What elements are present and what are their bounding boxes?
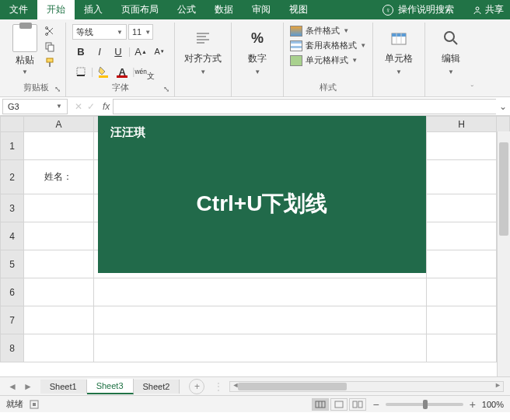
svg-point-0 <box>476 7 479 10</box>
svg-rect-16 <box>392 33 406 37</box>
fill-color-button[interactable] <box>95 63 112 80</box>
conditional-format-button[interactable]: 条件格式 ▼ <box>290 24 366 37</box>
alignment-button[interactable]: 对齐方式▼ <box>181 24 225 79</box>
expand-formula-icon[interactable]: ⌄ <box>496 101 510 112</box>
font-color-button[interactable]: A <box>114 63 131 80</box>
lightbulb-icon: ♀ <box>382 5 393 16</box>
clipboard-launcher-icon[interactable]: ⤡ <box>54 85 61 93</box>
group-clipboard: 粘贴 ▼ 剪贴板⤡ <box>6 23 66 96</box>
group-font: 等线▼ 11▼ B I U | A▲ A▼ | A | wén文 <box>66 23 175 96</box>
paste-button[interactable]: 粘贴 ▼ <box>12 24 37 75</box>
cells-button[interactable]: 单元格▼ <box>379 24 418 79</box>
row-header[interactable]: 4 <box>1 222 24 250</box>
svg-rect-7 <box>77 68 85 75</box>
svg-rect-10 <box>117 75 128 78</box>
table-format-icon <box>290 40 302 51</box>
group-number: % 数字▼ <box>232 23 284 96</box>
cut-button[interactable] <box>40 24 59 38</box>
tab-file[interactable]: 文件 <box>0 0 37 19</box>
svg-rect-6 <box>49 62 51 67</box>
tab-view[interactable]: 视图 <box>280 0 317 19</box>
tab-data[interactable]: 数据 <box>205 0 243 19</box>
tab-insert[interactable]: 插入 <box>75 0 112 19</box>
overlay-brand: 汪汪琪 <box>98 116 426 149</box>
tab-page-layout[interactable]: 页面布局 <box>112 0 168 19</box>
row-header[interactable]: 8 <box>1 334 24 362</box>
conditional-format-icon <box>290 26 302 37</box>
ribbon-collapse-icon[interactable]: ˇ <box>470 84 473 93</box>
tell-me-search[interactable]: 操作说明搜索 <box>398 3 454 16</box>
row-header[interactable]: 7 <box>1 306 24 334</box>
svg-rect-26 <box>335 401 343 408</box>
page-break-view-button[interactable] <box>349 398 366 411</box>
zoom-slider[interactable] <box>386 403 463 406</box>
svg-rect-27 <box>353 401 357 408</box>
sheet-tab-2[interactable]: Sheet2 <box>134 380 180 394</box>
fx-icon[interactable]: fx <box>100 101 113 112</box>
phonetic-button[interactable]: wén文 <box>136 63 153 80</box>
font-launcher-icon[interactable]: ⤡ <box>163 85 169 93</box>
share-button[interactable]: 共享 <box>473 3 504 16</box>
table-format-button[interactable]: 套用表格格式 ▼ <box>290 39 366 52</box>
svg-rect-22 <box>33 403 36 406</box>
svg-point-19 <box>445 32 454 41</box>
svg-line-20 <box>453 40 457 44</box>
font-name-select[interactable]: 等线▼ <box>72 24 127 40</box>
macro-record-icon[interactable] <box>30 400 39 409</box>
svg-rect-4 <box>48 45 54 51</box>
clipboard-icon <box>12 24 37 52</box>
cells-icon <box>388 27 410 49</box>
copy-button[interactable] <box>40 40 59 54</box>
next-sheet-icon[interactable]: ► <box>23 381 33 392</box>
tab-formula[interactable]: 公式 <box>168 0 205 19</box>
group-editing: 编辑▼ ˇ <box>425 23 477 96</box>
cell-style-button[interactable]: 单元格样式 ▼ <box>290 54 366 67</box>
row-header[interactable]: 1 <box>1 132 24 160</box>
svg-rect-23 <box>316 401 325 408</box>
cell-style-icon <box>290 55 302 66</box>
status-ready: 就绪 <box>6 398 23 410</box>
italic-button[interactable]: I <box>91 43 108 60</box>
formula-input[interactable] <box>113 99 496 114</box>
number-format-button[interactable]: % 数字▼ <box>238 24 277 79</box>
prev-sheet-icon[interactable]: ◄ <box>8 381 17 392</box>
row-header[interactable]: 3 <box>1 194 24 222</box>
underline-button[interactable]: U <box>110 43 127 60</box>
cancel-formula-icon[interactable]: ✕ <box>75 101 82 112</box>
editing-button[interactable]: 编辑▼ <box>431 24 470 79</box>
normal-view-button[interactable] <box>312 398 329 411</box>
vertical-scrollbar[interactable] <box>497 131 510 376</box>
tab-review[interactable]: 审阅 <box>243 0 280 19</box>
select-all-corner[interactable] <box>1 117 24 132</box>
name-box[interactable]: G3▼ <box>2 99 68 114</box>
align-icon <box>192 27 214 49</box>
bold-button[interactable]: B <box>72 43 89 60</box>
zoom-out-button[interactable]: − <box>372 398 379 411</box>
format-painter-button[interactable] <box>40 55 59 69</box>
sheet-tab-1[interactable]: Sheet1 <box>40 380 87 394</box>
sheet-tab-3[interactable]: Sheet3 <box>87 379 134 394</box>
cell-a2[interactable]: 姓名： <box>24 160 94 194</box>
row-header[interactable]: 6 <box>1 278 24 306</box>
font-size-select[interactable]: 11▼ <box>128 24 153 40</box>
zoom-level[interactable]: 100% <box>482 400 504 409</box>
group-cells: 单元格▼ <box>373 23 425 96</box>
horizontal-scrollbar[interactable]: ◄ ► <box>229 381 504 392</box>
col-header-a[interactable]: A <box>24 117 94 132</box>
svg-rect-5 <box>47 58 53 62</box>
enter-formula-icon[interactable]: ✓ <box>87 101 95 112</box>
find-icon <box>440 27 462 49</box>
page-layout-view-button[interactable] <box>330 398 348 411</box>
col-header-h[interactable]: H <box>427 117 497 132</box>
group-styles: 条件格式 ▼ 套用表格格式 ▼ 单元格样式 ▼ 样式 <box>284 23 373 96</box>
tab-home[interactable]: 开始 <box>37 0 75 19</box>
add-sheet-button[interactable]: + <box>189 379 204 394</box>
border-button[interactable] <box>72 63 89 80</box>
svg-rect-9 <box>99 75 108 78</box>
zoom-in-button[interactable]: + <box>470 398 476 411</box>
row-header[interactable]: 5 <box>1 250 24 278</box>
overlay-title: Ctrl+U下划线 <box>98 149 426 273</box>
increase-font-button[interactable]: A▲ <box>132 43 149 60</box>
row-header[interactable]: 2 <box>1 160 24 194</box>
decrease-font-button[interactable]: A▼ <box>151 43 168 60</box>
